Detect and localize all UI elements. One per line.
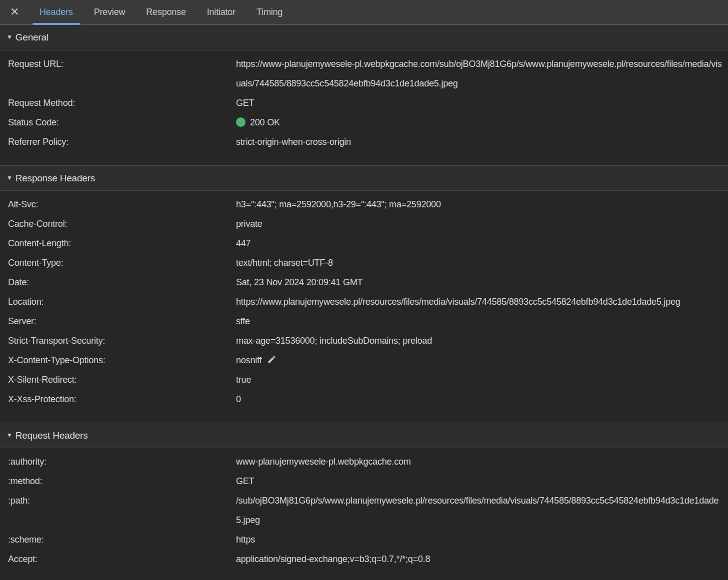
header-row: Alt-Svc: h3=":443"; ma=2592000,h3-29=":4… bbox=[0, 195, 728, 214]
tab-headers[interactable]: Headers bbox=[32, 0, 81, 24]
header-value-text: Sat, 23 Nov 2024 20:09:41 GMT bbox=[236, 277, 362, 287]
header-value: GET bbox=[236, 93, 722, 113]
header-value: https://www-planujemywesele-pl.webpkgcac… bbox=[236, 54, 722, 93]
header-name: :authority: bbox=[8, 452, 236, 472]
close-icon[interactable]: ✕ bbox=[0, 0, 29, 24]
header-name: Strict-Transport-Security: bbox=[8, 331, 236, 351]
header-row: Location: https://www.planujemywesele.pl… bbox=[0, 292, 728, 312]
header-row: :authority: www-planujemywesele-pl.webpk… bbox=[0, 452, 728, 472]
section-rows: Request URL: https://www-planujemywesele… bbox=[0, 50, 728, 165]
header-value: sffe bbox=[236, 312, 722, 331]
edit-pencil-icon[interactable] bbox=[267, 355, 276, 364]
header-name: Location: bbox=[8, 292, 236, 312]
header-row: Status Code: 200 OK bbox=[0, 113, 728, 132]
header-value-text: /sub/ojBO3Mj81G6p/s/www.planujemywesele.… bbox=[236, 496, 718, 525]
header-value: Sat, 23 Nov 2024 20:09:41 GMT bbox=[236, 273, 722, 292]
header-value: www-planujemywesele-pl.webpkgcache.com bbox=[236, 452, 722, 472]
header-value: nosniff bbox=[236, 351, 722, 370]
section-title: Request Headers bbox=[16, 430, 88, 441]
header-value: 447 bbox=[236, 234, 722, 253]
header-row: Server: sffe bbox=[0, 312, 728, 331]
header-row: :scheme: https bbox=[0, 530, 728, 550]
header-row: Strict-Transport-Security: max-age=31536… bbox=[0, 331, 728, 351]
header-name: Alt-Svc: bbox=[8, 195, 236, 214]
collapse-triangle-icon: ▼ bbox=[6, 174, 12, 181]
header-value: h3=":443"; ma=2592000,h3-29=":443"; ma=2… bbox=[236, 195, 722, 214]
header-value-text: 447 bbox=[236, 238, 250, 248]
header-value: 0 bbox=[236, 390, 722, 409]
devtools-tabbar: ✕ HeadersPreviewResponseInitiatorTiming bbox=[0, 0, 728, 25]
header-name: Request URL: bbox=[8, 54, 236, 74]
section-request-headers: ▼ Request Headers :authority: www-planuj… bbox=[0, 423, 728, 580]
header-name: :path: bbox=[8, 491, 236, 511]
header-value: GET bbox=[236, 472, 722, 491]
header-value-text: www-planujemywesele-pl.webpkgcache.com bbox=[236, 457, 411, 467]
header-value-text: GET bbox=[236, 98, 254, 108]
network-request-details-panel: ✕ HeadersPreviewResponseInitiatorTiming … bbox=[0, 0, 728, 580]
header-name: :method: bbox=[8, 472, 236, 491]
header-row: Request Method: GET bbox=[0, 93, 728, 113]
header-name: X-Xss-Protection: bbox=[8, 390, 236, 409]
header-row: Referrer Policy: strict-origin-when-cros… bbox=[0, 132, 728, 152]
header-name: Date: bbox=[8, 273, 236, 292]
section-rows: Alt-Svc: h3=":443"; ma=2592000,h3-29=":4… bbox=[0, 191, 728, 423]
header-value-text: text/html; charset=UTF-8 bbox=[236, 258, 333, 268]
header-value: true bbox=[236, 370, 722, 390]
status-ok-dot-icon bbox=[236, 117, 246, 127]
tab-preview[interactable]: Preview bbox=[86, 0, 134, 24]
tab-timing[interactable]: Timing bbox=[248, 0, 290, 24]
header-value: private bbox=[236, 214, 722, 234]
header-value: application/signed-exchange;v=b3;q=0.7,*… bbox=[236, 550, 722, 569]
header-value-text: application/signed-exchange;v=b3;q=0.7,*… bbox=[236, 554, 430, 564]
header-row: Request URL: https://www-planujemywesele… bbox=[0, 54, 728, 93]
collapse-triangle-icon: ▼ bbox=[6, 432, 12, 439]
tab-initiator[interactable]: Initiator bbox=[199, 0, 244, 24]
headers-sections-container: ▼ General Request URL: https://www-planu… bbox=[0, 25, 728, 580]
section-general: ▼ General Request URL: https://www-planu… bbox=[0, 25, 728, 165]
header-value-text: private bbox=[236, 219, 262, 229]
header-row: X-Xss-Protection: 0 bbox=[0, 390, 728, 409]
header-value-text: https://www.planujemywesele.pl/resources… bbox=[236, 297, 680, 307]
header-value: 200 OK bbox=[236, 113, 722, 132]
header-value: strict-origin-when-cross-origin bbox=[236, 132, 722, 152]
header-row: Date: Sat, 23 Nov 2024 20:09:41 GMT bbox=[0, 273, 728, 292]
section-title: Response Headers bbox=[16, 173, 95, 184]
header-name: Status Code: bbox=[8, 113, 236, 132]
header-row: X-Content-Type-Options: nosniff bbox=[0, 351, 728, 370]
header-value-text: GET bbox=[236, 476, 254, 486]
header-value: https://www.planujemywesele.pl/resources… bbox=[236, 292, 722, 312]
section-header[interactable]: ▼ General bbox=[0, 25, 728, 50]
section-header[interactable]: ▼ Response Headers bbox=[0, 165, 728, 191]
section-title: General bbox=[16, 32, 48, 43]
tab-response[interactable]: Response bbox=[138, 0, 194, 24]
header-value: text/html; charset=UTF-8 bbox=[236, 253, 722, 273]
header-value: max-age=31536000; includeSubDomains; pre… bbox=[236, 331, 722, 351]
collapse-triangle-icon: ▼ bbox=[6, 33, 12, 40]
header-row: Accept: application/signed-exchange;v=b3… bbox=[0, 550, 728, 569]
header-value: /sub/ojBO3Mj81G6p/s/www.planujemywesele.… bbox=[236, 491, 722, 530]
header-name: Request Method: bbox=[8, 93, 236, 113]
header-name: Referrer Policy: bbox=[8, 132, 236, 152]
header-value-text: true bbox=[236, 375, 251, 385]
section-header[interactable]: ▼ Request Headers bbox=[0, 423, 728, 448]
header-name: X-Silent-Redirect: bbox=[8, 370, 236, 390]
header-value-text: nosniff bbox=[236, 355, 262, 365]
header-row: X-Silent-Redirect: true bbox=[0, 370, 728, 390]
header-name: Server: bbox=[8, 312, 236, 331]
section-rows: :authority: www-planujemywesele-pl.webpk… bbox=[0, 448, 728, 580]
header-row: :method: GET bbox=[0, 472, 728, 491]
header-row: :path: /sub/ojBO3Mj81G6p/s/www.planujemy… bbox=[0, 491, 728, 530]
header-value-text: 200 OK bbox=[250, 117, 280, 127]
header-name: :scheme: bbox=[8, 530, 236, 550]
header-value-text: strict-origin-when-cross-origin bbox=[236, 137, 351, 147]
header-name: X-Content-Type-Options: bbox=[8, 351, 236, 370]
header-value-text: max-age=31536000; includeSubDomains; pre… bbox=[236, 336, 432, 346]
header-value-text: h3=":443"; ma=2592000,h3-29=":443"; ma=2… bbox=[236, 199, 441, 209]
header-row: Content-Length: 447 bbox=[0, 234, 728, 253]
header-value: https bbox=[236, 530, 722, 550]
header-value-text: https bbox=[236, 535, 255, 545]
header-row: Content-Type: text/html; charset=UTF-8 bbox=[0, 253, 728, 273]
header-name: Cache-Control: bbox=[8, 214, 236, 234]
header-name: Content-Length: bbox=[8, 234, 236, 253]
header-name: Accept: bbox=[8, 550, 236, 569]
